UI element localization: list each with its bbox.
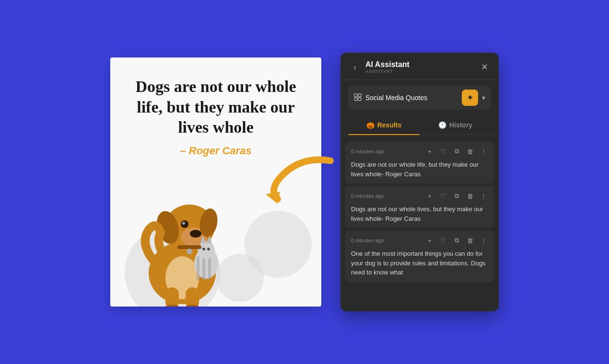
- result-2-time: 0 minutes ago: [351, 193, 384, 199]
- more-button-2[interactable]: ⋮: [479, 191, 488, 201]
- copy-button-2[interactable]: ⧉: [452, 191, 461, 201]
- back-button[interactable]: ‹: [348, 60, 362, 74]
- heart-button-1[interactable]: ♡: [438, 147, 448, 156]
- main-container: Dogs are not our whole life, but they ma…: [110, 53, 499, 311]
- add-button-2[interactable]: +: [425, 191, 434, 201]
- result-card-2-header: 0 minutes ago + ♡ ⧉ 🗑 ⋮: [351, 191, 488, 201]
- svg-rect-26: [358, 94, 361, 97]
- result-card-2: 0 minutes ago + ♡ ⧉ 🗑 ⋮ Dogs are not our…: [345, 186, 494, 228]
- svg-point-23: [187, 249, 192, 254]
- result-card-3: 0 minutes ago + ♡ ⧉ 🗑 ⋮ One of the most …: [345, 231, 494, 282]
- results-tab-icon: 🎃: [366, 121, 375, 129]
- svg-point-6: [182, 222, 185, 225]
- panel-header: ‹ AI Assistant ASSISTANT ✕: [340, 53, 499, 80]
- copy-button-3[interactable]: ⧉: [452, 236, 461, 245]
- magic-icon: ✦: [467, 92, 474, 103]
- result-1-time: 0 minutes ago: [351, 148, 384, 154]
- svg-rect-10: [186, 287, 199, 307]
- tab-results[interactable]: 🎃 Results: [348, 115, 420, 135]
- result-1-actions: + ♡ ⧉ 🗑 ⋮: [425, 147, 488, 156]
- close-button[interactable]: ✕: [478, 60, 491, 74]
- dog-illustration: [120, 158, 245, 307]
- quote-text: Dogs are not our whole life, but they ma…: [125, 77, 307, 138]
- more-button-1[interactable]: ⋮: [479, 147, 488, 156]
- history-tab-label: History: [449, 121, 472, 129]
- panel-title-block: AI Assistant ASSISTANT: [365, 60, 410, 74]
- svg-rect-9: [165, 287, 179, 307]
- magic-button[interactable]: ✦: [462, 90, 478, 106]
- heart-button-2[interactable]: ♡: [438, 191, 448, 201]
- results-area: 0 minutes ago + ♡ ⧉ 🗑 ⋮ Dogs are not our…: [340, 135, 499, 311]
- history-tab-icon: 🕐: [438, 121, 446, 129]
- delete-button-2[interactable]: 🗑: [465, 191, 475, 201]
- template-name: Social Media Quotes: [365, 94, 458, 102]
- tabs-row: 🎃 Results 🕐 History: [340, 115, 499, 135]
- add-button-3[interactable]: +: [425, 236, 434, 245]
- panel-header-left: ‹ AI Assistant ASSISTANT: [348, 60, 410, 74]
- design-card: Dogs are not our whole life, but they ma…: [110, 57, 321, 307]
- svg-rect-25: [354, 94, 357, 97]
- svg-point-21: [207, 248, 210, 250]
- quote-author: – Roger Caras: [125, 145, 307, 157]
- delete-button-1[interactable]: 🗑: [465, 147, 475, 156]
- result-3-text: One of the most important things you can…: [351, 249, 488, 277]
- more-button-3[interactable]: ⋮: [479, 236, 488, 245]
- svg-rect-22: [177, 245, 201, 249]
- result-1-text: Dogs are not our whole life, but they ma…: [351, 160, 488, 179]
- result-2-actions: + ♡ ⧉ 🗑 ⋮: [425, 191, 488, 201]
- result-card-3-header: 0 minutes ago + ♡ ⧉ 🗑 ⋮: [351, 236, 488, 245]
- svg-rect-14: [197, 256, 199, 280]
- design-card-text: Dogs are not our whole life, but they ma…: [125, 77, 307, 157]
- result-card-1: 0 minutes ago + ♡ ⧉ 🗑 ⋮ Dogs are not our…: [345, 142, 494, 183]
- result-3-time: 0 minutes ago: [351, 238, 384, 243]
- panel-title: AI Assistant: [365, 60, 410, 69]
- heart-button-3[interactable]: ♡: [438, 236, 448, 245]
- copy-button-1[interactable]: ⧉: [452, 147, 461, 156]
- template-selector[interactable]: Social Media Quotes ✦ ▾: [348, 86, 491, 110]
- svg-rect-28: [358, 98, 361, 101]
- tab-history[interactable]: 🕐 History: [420, 115, 491, 135]
- dropdown-arrow-icon[interactable]: ▾: [482, 94, 485, 102]
- svg-point-17: [198, 241, 215, 259]
- add-button-1[interactable]: +: [425, 147, 434, 156]
- result-3-actions: + ♡ ⧉ 🗑 ⋮: [425, 236, 488, 245]
- result-card-1-header: 0 minutes ago + ♡ ⧉ 🗑 ⋮: [351, 147, 488, 156]
- result-2-text: Dogs are not our whole lives, but they m…: [351, 205, 488, 223]
- svg-rect-27: [354, 98, 357, 101]
- svg-point-20: [202, 248, 205, 250]
- delete-button-3[interactable]: 🗑: [465, 236, 475, 245]
- ai-panel: ‹ AI Assistant ASSISTANT ✕ Social Media …: [340, 53, 499, 311]
- svg-point-4: [190, 230, 201, 238]
- panel-subtitle: ASSISTANT: [365, 69, 410, 74]
- results-tab-label: Results: [377, 121, 402, 129]
- template-icon: [354, 93, 362, 102]
